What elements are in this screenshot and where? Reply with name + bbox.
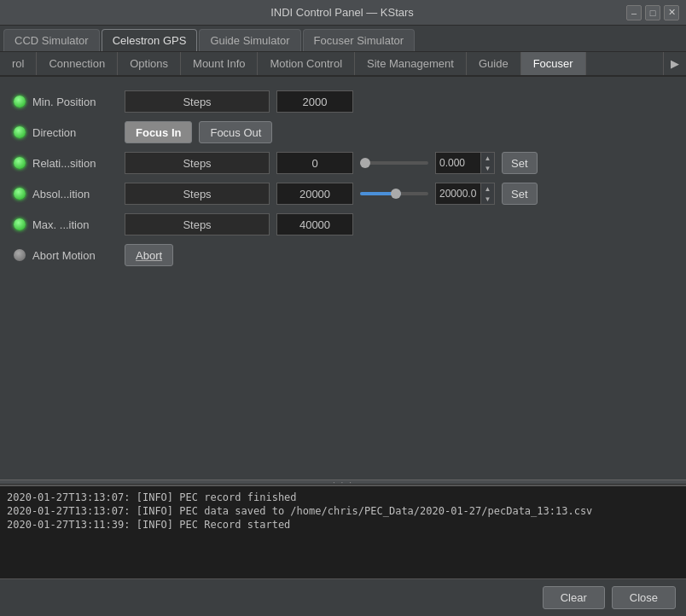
absolute-slider-container: [360, 192, 428, 195]
relative-position-slider[interactable]: [360, 161, 428, 165]
relative-spinbox-arrows: ▲ ▼: [480, 153, 494, 173]
relative-spinbox-down[interactable]: ▼: [481, 163, 494, 173]
tab-focuser-simulator[interactable]: Focuser Simulator: [303, 29, 415, 51]
content-area: Min. Position Steps 2000 Direction Focus…: [0, 77, 686, 616]
abort-motion-led: [14, 249, 26, 261]
absolute-position-set-button[interactable]: Set: [502, 183, 538, 205]
tab-site-management[interactable]: Site Management: [355, 52, 467, 75]
tab-guide[interactable]: Guide: [467, 52, 521, 75]
min-position-led: [14, 96, 26, 108]
relative-slider-thumb[interactable]: [360, 158, 370, 168]
app-tabs-bar: CCD Simulator Celestron GPS Guide Simula…: [0, 26, 686, 52]
minimize-button[interactable]: –: [626, 5, 642, 20]
log-line-3: 2020-01-27T13:11:39: [INFO] PEC Record s…: [7, 519, 679, 531]
bottom-action-bar: Clear Close: [0, 578, 686, 616]
relative-position-set-button[interactable]: Set: [502, 152, 538, 174]
absolute-position-steps: Steps: [125, 183, 270, 205]
absolute-spinbox-arrows: ▲ ▼: [480, 183, 494, 204]
relative-position-value: 0: [276, 152, 353, 174]
tab-ccd-simulator[interactable]: CCD Simulator: [3, 29, 100, 51]
window-controls: – □ ✕: [626, 5, 679, 20]
relative-position-spinbox-input[interactable]: [436, 153, 480, 173]
absolute-spinbox-down[interactable]: ▼: [481, 194, 494, 204]
window-title: INDI Control Panel — KStars: [58, 6, 626, 19]
absolute-position-spinbox-input[interactable]: [436, 183, 480, 204]
absolute-slider-thumb[interactable]: [391, 189, 401, 199]
log-line-1: 2020-01-27T13:13:07: [INFO] PEC record f…: [7, 491, 679, 503]
relative-position-steps: Steps: [125, 152, 270, 174]
relative-position-spinbox[interactable]: ▲ ▼: [435, 152, 495, 174]
focus-out-button[interactable]: Focus Out: [199, 121, 272, 143]
abort-motion-label: Abort Motion: [32, 249, 118, 262]
abort-motion-button[interactable]: Abort: [125, 244, 173, 266]
title-bar: INDI Control Panel — KStars – □ ✕: [0, 0, 686, 26]
close-window-button[interactable]: ✕: [664, 5, 679, 20]
absolute-position-label: Absol...ition: [32, 188, 118, 200]
absolute-position-led: [14, 188, 26, 200]
min-position-value: 2000: [276, 90, 353, 113]
min-position-steps: Steps: [125, 90, 270, 113]
clear-button[interactable]: Clear: [543, 586, 605, 609]
tab-celestron-gps[interactable]: Celestron GPS: [102, 29, 198, 51]
max-position-row: Max. ...ition Steps 40000: [14, 213, 672, 235]
tab-guide-simulator[interactable]: Guide Simulator: [199, 29, 300, 51]
controls-panel: Min. Position Steps 2000 Direction Focus…: [0, 77, 686, 479]
tab-options[interactable]: Options: [118, 52, 181, 75]
max-position-value: 40000: [276, 213, 353, 235]
panel-tabs-scroll-right[interactable]: ▶: [663, 52, 686, 75]
absolute-spinbox-up[interactable]: ▲: [481, 183, 494, 194]
relative-slider-container: [360, 161, 428, 165]
direction-row: Direction Focus In Focus Out: [14, 121, 672, 143]
max-position-led: [14, 218, 26, 230]
relative-position-label: Relati...sition: [32, 157, 118, 170]
log-output: 2020-01-27T13:13:07: [INFO] PEC record f…: [0, 485, 686, 578]
relative-position-row: Relati...sition Steps 0 ▲ ▼: [14, 152, 672, 174]
main-controls: Min. Position Steps 2000 Direction Focus…: [0, 77, 686, 288]
abort-motion-row: Abort Motion Abort: [14, 244, 672, 266]
tab-mount-info[interactable]: Mount Info: [181, 52, 258, 75]
log-line-2: 2020-01-27T13:13:07: [INFO] PEC data sav…: [7, 505, 679, 517]
main-window: INDI Control Panel — KStars – □ ✕ CCD Si…: [0, 0, 686, 616]
max-position-steps: Steps: [125, 213, 270, 235]
min-position-row: Min. Position Steps 2000: [14, 90, 672, 113]
min-position-label: Min. Position: [32, 96, 118, 108]
relative-spinbox-up[interactable]: ▲: [481, 153, 494, 163]
direction-led: [14, 126, 26, 138]
maximize-button[interactable]: □: [645, 5, 660, 20]
absolute-position-value: 20000: [276, 183, 353, 205]
tab-motion-control[interactable]: Motion Control: [258, 52, 355, 75]
absolute-position-spinbox[interactable]: ▲ ▼: [435, 183, 495, 205]
panel-tabs-bar: rol Connection Options Mount Info Motion…: [0, 52, 686, 77]
focus-in-button[interactable]: Focus In: [125, 121, 192, 143]
absolute-position-slider[interactable]: [360, 192, 428, 195]
direction-label: Direction: [32, 126, 118, 139]
tab-connection[interactable]: Connection: [37, 52, 118, 75]
max-position-label: Max. ...ition: [32, 218, 118, 231]
tab-rol[interactable]: rol: [0, 52, 37, 75]
tab-focuser[interactable]: Focuser: [521, 52, 586, 75]
relative-position-led: [14, 157, 26, 169]
close-button[interactable]: Close: [612, 586, 676, 609]
absolute-position-row: Absol...ition Steps 20000 ▲ ▼: [14, 183, 672, 205]
